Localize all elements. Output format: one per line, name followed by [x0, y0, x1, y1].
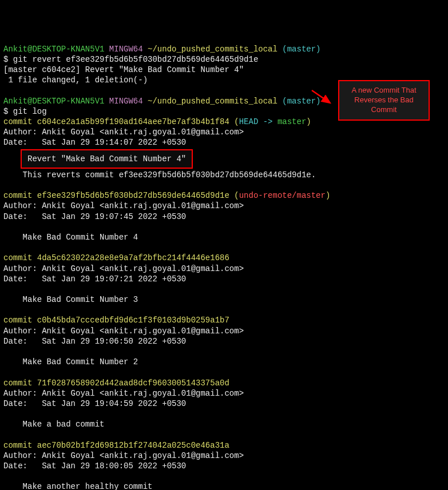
commit-author: Author: Ankit Goyal <ankit.raj.goyal.01@… — [3, 128, 244, 137]
output-line: 1 file changed, 1 deletion(-) — [3, 75, 148, 85]
commit-date: Date: Sat Jan 29 19:07:21 2022 +0530 — [3, 274, 186, 284]
annotation-callout: A new Commit That Reverses the Bad Commi… — [338, 80, 430, 121]
commit-hash: commit aec70b02b1f2d69812b1f274042a025c0… — [3, 441, 229, 450]
commit-author: Author: Ankit Goyal <ankit.raj.goyal.01@… — [3, 451, 244, 460]
commit-message: Make Bad Commit Number 4 — [3, 233, 138, 242]
commit-message: Revert "Make Bad Commit Number 4" — [27, 154, 186, 164]
annotation-arrow-icon — [311, 79, 334, 117]
prompt-user: Ankit@DESKTOP-KNAN5V1 — [3, 97, 104, 106]
commit-message: Make another healthy commit — [3, 482, 152, 490]
svg-line-0 — [312, 90, 330, 103]
commit-hash: commit 4da5c623022a28e8e9a7af2bfbc214f44… — [3, 253, 229, 262]
command-text: $ git revert ef3ee329fb5d6b5f030bd27db56… — [3, 55, 258, 64]
commit-hash: commit 71f0287658902d442aad8dcf960300514… — [3, 379, 229, 388]
commit-author: Author: Ankit Goyal <ankit.raj.goyal.01@… — [3, 264, 244, 273]
revert-message-highlight: Revert "Make Bad Commit Number 4" — [21, 149, 193, 169]
paren: ) — [306, 117, 311, 126]
commit-date: Date: Sat Jan 29 19:06:50 2022 +0530 — [3, 337, 186, 346]
output-line: [master c604ce2] Revert "Make Bad Commit… — [3, 65, 244, 74]
paren: ( — [234, 117, 239, 126]
prompt-path: ~/undo_pushed_commits_local — [148, 45, 277, 54]
commit-note: This reverts commit ef3ee329fb5d6b5f030b… — [3, 170, 316, 180]
remote-ref: undo-remote/master — [239, 191, 326, 200]
commit-date: Date: Sat Jan 29 18:00:05 2022 +0530 — [3, 461, 186, 471]
commit-date: Date: Sat Jan 29 19:14:07 2022 +0530 — [3, 138, 186, 147]
commit-author: Author: Ankit Goyal <ankit.raj.goyal.01@… — [3, 201, 244, 210]
commit-hash: commit c0b45bda7cccedbfd9d6c1f3f0103d9b0… — [3, 316, 229, 325]
head-ref: HEAD -> — [239, 117, 277, 126]
commit-hash: commit ef3ee329fb5d6b5f030bd27db569de644… — [3, 191, 229, 200]
prompt-shell: MINGW64 — [109, 97, 143, 106]
commit-hash: commit c604ce2a1a5b99f190ad164aee7be7af3… — [3, 117, 229, 126]
paren: ) — [326, 191, 330, 200]
commit-message: Make a bad commit — [3, 420, 104, 429]
commit-author: Author: Ankit Goyal <ankit.raj.goyal.01@… — [3, 389, 244, 398]
commit-message: Make Bad Commit Number 2 — [3, 357, 138, 366]
prompt-user: Ankit@DESKTOP-KNAN5V1 — [3, 45, 104, 54]
paren: ( — [234, 191, 239, 200]
prompt-branch: (master) — [282, 45, 320, 54]
commit-message: Make Bad Commit Number 3 — [3, 295, 138, 304]
commit-author: Author: Ankit Goyal <ankit.raj.goyal.01@… — [3, 326, 244, 336]
command-text: $ git log — [3, 107, 47, 116]
branch-ref: master — [277, 117, 306, 126]
commit-date: Date: Sat Jan 29 19:04:59 2022 +0530 — [3, 399, 186, 408]
prompt-shell: MINGW64 — [109, 45, 143, 54]
commit-date: Date: Sat Jan 29 19:07:45 2022 +0530 — [3, 212, 186, 221]
prompt-path: ~/undo_pushed_commits_local — [148, 97, 277, 106]
